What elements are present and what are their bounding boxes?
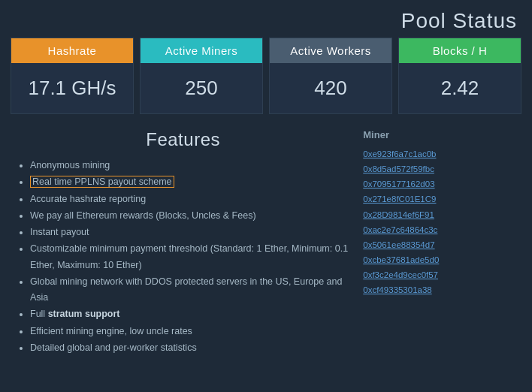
miner-address-link[interactable]: 0x28D9814ef6F91 <box>363 207 520 222</box>
list-item: Efficient mining engine, low uncle rates <box>30 324 351 339</box>
stat-card-hashrate-value: 17.1 GH/s <box>20 63 123 113</box>
miner-address-link[interactable]: 0x7095177162d03 <box>363 176 520 191</box>
lower-section: Features Anonymous mining Real time PPLN… <box>0 126 532 392</box>
stat-card-active-workers: Active Workers 420 <box>269 38 392 114</box>
pplns-link[interactable]: Real time PPLNS payout scheme <box>30 176 174 188</box>
miners-column-header: Miner <box>363 129 520 142</box>
miner-address-link[interactable]: 0x8d5ad572f59fbc <box>363 161 520 176</box>
stat-card-active-miners-label: Active Miners <box>141 38 262 63</box>
list-item: We pay all Ethereum rewards (Blocks, Unc… <box>30 208 351 224</box>
list-item: Accurate hashrate reporting <box>30 191 351 207</box>
stat-card-blocks-per-hour-value: 2.42 <box>434 63 487 113</box>
miners-list: 0xe923f6a7c1ac0b0x8d5ad572f59fbc0x709517… <box>363 146 520 297</box>
stat-card-blocks-per-hour-label: Blocks / H <box>399 38 521 63</box>
features-column: Features Anonymous mining Real time PPLN… <box>8 126 358 392</box>
stat-card-active-miners: Active Miners 250 <box>140 38 263 114</box>
stat-card-blocks-per-hour: Blocks / H 2.42 <box>398 38 521 114</box>
stratum-bold: stratum support <box>48 309 120 319</box>
stats-row: Hashrate 17.1 GH/s Active Miners 250 Act… <box>0 38 532 126</box>
miner-address-link[interactable]: 0x271e8fC01E1C9 <box>363 191 520 207</box>
page-wrapper: Pool Status Hashrate 17.1 GH/s Active Mi… <box>0 0 532 392</box>
miner-address-link[interactable]: 0xe923f6a7c1ac0b <box>363 146 520 161</box>
stat-card-hashrate-label: Hashrate <box>11 38 133 63</box>
features-list: Anonymous mining Real time PPLNS payout … <box>15 158 351 356</box>
list-item: Instant payout <box>30 225 351 240</box>
miner-address-link[interactable]: 0xcbe37681ade5d0 <box>363 252 520 267</box>
list-item: Anonymous mining <box>30 158 351 173</box>
stat-card-active-workers-value: 420 <box>307 63 354 113</box>
miners-column: Miner 0xe923f6a7c1ac0b0x8d5ad572f59fbc0x… <box>358 126 524 392</box>
list-item: Detailed global and per-worker statistic… <box>30 340 351 356</box>
list-item: Full stratum support <box>30 306 351 322</box>
stat-card-hashrate: Hashrate 17.1 GH/s <box>11 38 134 114</box>
list-item: Real time PPLNS payout scheme <box>30 174 351 190</box>
features-title: Features <box>15 129 351 150</box>
stat-card-active-miners-value: 250 <box>177 63 225 113</box>
list-item: Global mining network with DDOS protecte… <box>30 274 351 306</box>
miner-address-link[interactable]: 0xac2e7c64864c3c <box>363 222 520 237</box>
stat-card-active-workers-label: Active Workers <box>270 38 391 63</box>
miner-address-link[interactable]: 0xcf49335301a38 <box>363 282 520 297</box>
pool-status-title: Pool Status <box>401 9 517 32</box>
pool-status-header: Pool Status <box>0 0 532 38</box>
list-item: Customizable minimum payment threshold (… <box>30 241 351 273</box>
miner-address-link[interactable]: 0x5061ee88354d7 <box>363 237 520 252</box>
miner-address-link[interactable]: 0xf3c2e4d9cec0f57 <box>363 267 520 282</box>
